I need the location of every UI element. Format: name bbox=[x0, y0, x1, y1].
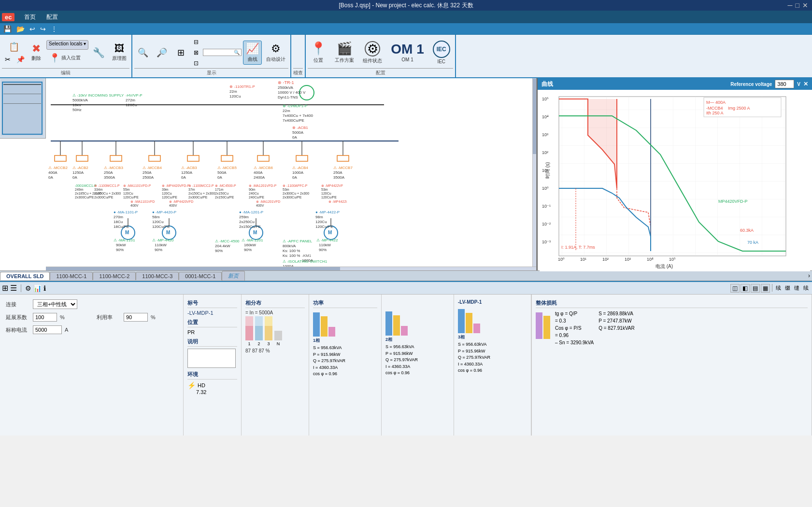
toolbar-text2[interactable]: 缀 bbox=[784, 284, 792, 293]
svg-rect-65 bbox=[337, 155, 349, 161]
v-scrollbar[interactable] bbox=[532, 78, 536, 267]
svg-text:10⁻³: 10⁻³ bbox=[542, 239, 551, 244]
ribbon-copy-btn[interactable]: 📋 bbox=[2, 41, 26, 53]
svg-text:⊗ -1100MCC1-P: ⊗ -1100MCC1-P bbox=[94, 184, 120, 187]
svg-text:0A: 0A bbox=[48, 175, 53, 180]
sld-diagram-panel[interactable]: ⊗ -TR-1 2500kVA 10000 V / 400 V Dyn11-TN… bbox=[0, 78, 537, 270]
toolbar-r3[interactable]: ▤ bbox=[751, 284, 760, 293]
phase1-stats: S = 956.63kVA P = 915.96kW Q = 275.97kVA… bbox=[313, 345, 377, 378]
svg-text:2x150Cu + 2x300: 2x150Cu + 2x300 bbox=[188, 192, 215, 195]
utilization-label: 利用率 bbox=[97, 314, 121, 321]
svg-text:2400A: 2400A bbox=[254, 175, 265, 180]
toolbar-text4[interactable]: 续 bbox=[802, 284, 810, 293]
ribbon-view-btn3[interactable]: ⊡ bbox=[191, 58, 201, 68]
ribbon-insert-position-btn[interactable]: 📍 插入位置 bbox=[46, 51, 88, 65]
toolbar-r2[interactable]: ◧ bbox=[741, 284, 750, 293]
p3-P: P = 915.96kW bbox=[458, 348, 527, 355]
tab-new-page[interactable]: 新页 bbox=[222, 271, 245, 281]
svg-text:10²: 10² bbox=[542, 150, 548, 155]
tab-1100-mcc-2[interactable]: 1100-MCC-2 bbox=[93, 272, 136, 280]
redo-btn[interactable]: ↪ bbox=[39, 25, 47, 33]
ribbon-edit-label: 编辑 bbox=[2, 68, 129, 77]
toolbar-text3[interactable]: 缝 bbox=[793, 284, 801, 293]
ribbon-iec-btn[interactable]: IEC IEC bbox=[430, 39, 453, 66]
ol-Q: Q = 827.91kVAR bbox=[598, 324, 635, 332]
svg-text:1250A: 1250A bbox=[72, 170, 84, 175]
ribbon-zoom-in-btn[interactable]: 🔍 bbox=[134, 45, 152, 60]
save-btn[interactable]: 💾 bbox=[2, 25, 13, 33]
ribbon-select-locals-btn[interactable]: Selection locals ▾ bbox=[46, 40, 88, 50]
toolbar-r1[interactable]: ◫ bbox=[730, 284, 740, 293]
svg-text:270m: 270m bbox=[114, 215, 123, 219]
ribbon-paste-btn[interactable]: 📌 bbox=[14, 54, 26, 65]
svg-text:5000kVA: 5000kVA bbox=[72, 98, 88, 102]
h-scrollbar[interactable] bbox=[46, 267, 536, 270]
maximize-btn[interactable]: □ bbox=[796, 1, 799, 9]
utilization-input[interactable] bbox=[124, 313, 148, 322]
menu-config[interactable]: 配置 bbox=[42, 12, 63, 22]
ribbon-component-btn[interactable]: ⚙ 组件状态 bbox=[360, 39, 385, 66]
toolbar-r4[interactable]: ▦ bbox=[761, 284, 770, 293]
svg-text:22m: 22m bbox=[283, 109, 290, 113]
tab-overall-sld[interactable]: OVERALL SLD bbox=[0, 272, 50, 280]
svg-text:⊗ -1100APFC-P: ⊗ -1100APFC-P bbox=[283, 184, 308, 187]
curve-panel-title: 曲线 bbox=[541, 80, 553, 88]
ribbon-location-btn[interactable]: 📍 位置 bbox=[308, 39, 329, 66]
svg-text:120Cu: 120Cu bbox=[126, 103, 137, 107]
minimize-btn[interactable]: ─ bbox=[788, 1, 793, 9]
config-section: 连接 三相+中性线 延展系数 % 利用率 % 标称电流 A bbox=[0, 295, 184, 436]
ribbon-schematic-icon[interactable]: 🔧 bbox=[90, 45, 108, 60]
ribbon-autodesign-btn[interactable]: ⚙ 自动设计 bbox=[263, 41, 288, 65]
description-input[interactable] bbox=[187, 349, 236, 368]
p3-bar-q bbox=[473, 324, 480, 333]
svg-text:90%: 90% bbox=[116, 248, 124, 252]
svg-text:⊗ -ACB1: ⊗ -ACB1 bbox=[292, 126, 308, 130]
ref-voltage-input[interactable] bbox=[775, 80, 794, 88]
toolbar-text1[interactable]: 续 bbox=[774, 284, 783, 293]
ribbon-view-btn2[interactable]: ⊠ bbox=[191, 48, 201, 57]
ribbon-workplan-btn[interactable]: 🎬 工作方案 bbox=[332, 39, 357, 66]
svg-text:10³: 10³ bbox=[542, 132, 548, 137]
extension-input[interactable] bbox=[33, 313, 57, 322]
tab-1100-mcc-1[interactable]: 1100-MCC-1 bbox=[50, 272, 93, 280]
window-controls[interactable]: ─ □ ✕ bbox=[788, 1, 808, 9]
extension-pct: % bbox=[60, 314, 84, 320]
svg-text:2x300Cu + 2x300: 2x300Cu + 2x300 bbox=[283, 192, 309, 195]
phase-pct: 87 87 87 % bbox=[245, 348, 305, 353]
ribbon-zoom-out-btn[interactable]: 🔎 bbox=[153, 45, 171, 60]
ribbon-delete-btn[interactable]: ✖ 删除 bbox=[28, 42, 45, 64]
toolbar-list-btn[interactable]: ☰ bbox=[10, 283, 17, 293]
extra-btn[interactable]: ⋮ bbox=[49, 25, 59, 33]
p2-Q: Q = 275.97kVAR bbox=[385, 357, 450, 364]
ribbon-schematic-btn[interactable]: 🖼 原理图 bbox=[109, 41, 129, 64]
search-input[interactable] bbox=[205, 50, 234, 55]
toolbar-grid-btn[interactable]: ⊞ bbox=[2, 283, 8, 293]
svg-text:400A: 400A bbox=[254, 170, 263, 175]
svg-text:-HV/VP-P: -HV/VP-P bbox=[126, 93, 142, 98]
svg-text:98m: 98m bbox=[315, 215, 323, 219]
ribbon-cut-btn[interactable]: ✂ bbox=[2, 54, 14, 65]
svg-text:10²: 10² bbox=[602, 257, 609, 262]
main-content-area: ⊗ -TR-1 2500kVA 10000 V / 400 V Dyn11-TN… bbox=[0, 78, 812, 270]
menu-home[interactable]: 首页 bbox=[19, 12, 41, 22]
ribbon-view-btn1[interactable]: ⊟ bbox=[191, 37, 201, 47]
svg-text:⚠ -MCCB3: ⚠ -MCCB3 bbox=[104, 166, 123, 170]
toolbar-chart-btn[interactable]: 📊 bbox=[33, 284, 42, 292]
svg-text:120Cu/PE: 120Cu/PE bbox=[123, 196, 139, 199]
tab-0001-mcc-1[interactable]: 0001-MCC-1 bbox=[179, 272, 222, 280]
rated-current-input[interactable] bbox=[33, 325, 62, 334]
tab-scroll-right[interactable]: › bbox=[806, 272, 812, 279]
ribbon-zoom-fit-btn[interactable]: ⊞ bbox=[172, 45, 189, 60]
close-btn[interactable]: ✕ bbox=[802, 1, 808, 9]
svg-text:22m: 22m bbox=[229, 89, 237, 94]
curve-close-btn[interactable]: ✕ bbox=[803, 81, 808, 87]
ribbon-curve-btn[interactable]: 📈 曲线 bbox=[243, 41, 262, 65]
toolbar-info-btn[interactable]: ℹ bbox=[43, 284, 46, 292]
tab-1100-mcc-3[interactable]: 1100-MCC-3 bbox=[136, 272, 179, 280]
undo-btn[interactable]: ↩ bbox=[28, 25, 37, 33]
svg-text:90%: 90% bbox=[319, 248, 327, 252]
connection-select[interactable]: 三相+中性线 bbox=[33, 299, 77, 309]
open-btn[interactable]: 📂 bbox=[15, 25, 26, 33]
toolbar-settings-btn[interactable]: ⚙ bbox=[25, 284, 31, 292]
ribbon-om1-btn[interactable]: OM 1 OM 1 bbox=[388, 41, 427, 64]
